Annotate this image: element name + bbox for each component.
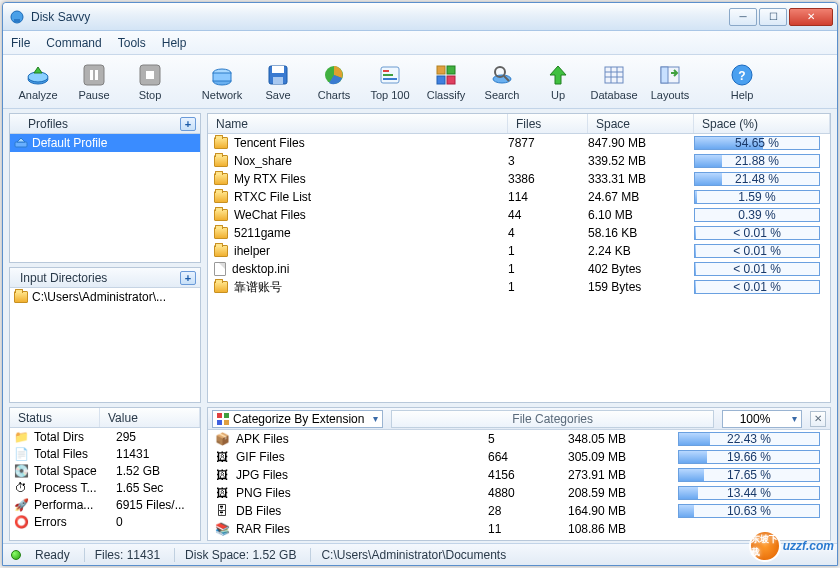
category-row[interactable]: 🖼GIF Files664305.09 MB19.66 % bbox=[208, 448, 830, 466]
svg-rect-40 bbox=[224, 420, 229, 425]
file-row[interactable]: RTXC File List11424.67 MB1.59 % bbox=[208, 188, 830, 206]
menubar: File Command Tools Help bbox=[3, 31, 837, 55]
categories-label: File Categories bbox=[391, 410, 714, 428]
help-button[interactable]: ?Help bbox=[715, 58, 769, 106]
top100-button[interactable]: Top 100 bbox=[363, 58, 417, 106]
statusbar: Ready Files: 11431 Disk Space: 1.52 GB C… bbox=[3, 543, 837, 565]
category-row[interactable]: 🗄DB Files28164.90 MB10.63 % bbox=[208, 502, 830, 520]
percent-bar: 54.65 % bbox=[694, 136, 820, 150]
percent-bar: 10.63 % bbox=[678, 504, 820, 518]
up-icon bbox=[546, 63, 570, 87]
analyze-button[interactable]: Analyze bbox=[11, 58, 65, 106]
svg-rect-22 bbox=[437, 76, 445, 84]
layouts-icon bbox=[658, 63, 682, 87]
minimize-button[interactable]: ─ bbox=[729, 8, 757, 26]
svg-rect-14 bbox=[273, 77, 283, 84]
zoom-combo[interactable]: 100% bbox=[722, 410, 802, 428]
categorize-combo[interactable]: Categorize By Extension bbox=[212, 410, 383, 428]
svg-rect-38 bbox=[224, 413, 229, 418]
profile-item[interactable]: Default Profile bbox=[10, 134, 200, 152]
menu-help[interactable]: Help bbox=[162, 36, 187, 50]
app-window: Disk Savvy ─ ☐ ✕ File Command Tools Help… bbox=[2, 2, 838, 566]
svg-rect-21 bbox=[447, 66, 455, 74]
file-row[interactable]: desktop.ini1402 Bytes< 0.01 % bbox=[208, 260, 830, 278]
filetype-icon: 📦 bbox=[214, 432, 230, 446]
filetype-icon: 🖼 bbox=[214, 486, 230, 500]
search-button[interactable]: Search bbox=[475, 58, 529, 106]
percent-bar: < 0.01 % bbox=[694, 244, 820, 258]
svg-rect-19 bbox=[383, 78, 397, 80]
filetype-icon: 🖼 bbox=[214, 450, 230, 464]
window-title: Disk Savvy bbox=[31, 10, 729, 24]
percent-bar: < 0.01 % bbox=[694, 226, 820, 240]
database-button[interactable]: Database bbox=[587, 58, 641, 106]
app-icon bbox=[9, 9, 25, 25]
main-columns: Name Files Space Space (%) bbox=[208, 114, 830, 134]
svg-text:?: ? bbox=[738, 69, 745, 83]
col-value[interactable]: Value bbox=[100, 408, 200, 427]
stop-icon bbox=[138, 63, 162, 87]
col-space[interactable]: Space bbox=[588, 114, 694, 133]
network-button[interactable]: Network bbox=[195, 58, 249, 106]
charts-button[interactable]: Charts bbox=[307, 58, 361, 106]
add-profile-button[interactable]: + bbox=[180, 117, 196, 131]
status-row: 🚀Performa...6915 Files/... bbox=[10, 496, 200, 513]
menu-command[interactable]: Command bbox=[46, 36, 101, 50]
svg-rect-27 bbox=[605, 67, 623, 83]
percent-bar: 21.88 % bbox=[694, 154, 820, 168]
charts-icon bbox=[322, 63, 346, 87]
status-row: 📄Total Files11431 bbox=[10, 445, 200, 462]
menu-file[interactable]: File bbox=[11, 36, 30, 50]
analyze-icon bbox=[26, 63, 50, 87]
percent-bar: 19.66 % bbox=[678, 450, 820, 464]
inputdirs-panel: Input Directories + C:\Users\Administrat… bbox=[9, 267, 201, 403]
col-files[interactable]: Files bbox=[508, 114, 588, 133]
file-row[interactable]: ihelper12.24 KB< 0.01 % bbox=[208, 242, 830, 260]
add-inputdir-button[interactable]: + bbox=[180, 271, 196, 285]
status-icon: 🚀 bbox=[14, 498, 28, 512]
menu-tools[interactable]: Tools bbox=[118, 36, 146, 50]
col-pct[interactable]: Space (%) bbox=[694, 114, 830, 133]
profiles-panel: Profiles + Default Profile bbox=[9, 113, 201, 263]
svg-rect-4 bbox=[84, 65, 104, 85]
col-status[interactable]: Status bbox=[10, 408, 100, 427]
titlebar[interactable]: Disk Savvy ─ ☐ ✕ bbox=[3, 3, 837, 31]
percent-bar: 21.48 % bbox=[694, 172, 820, 186]
database-icon bbox=[602, 63, 626, 87]
category-row[interactable]: 📚RAR Files11108.86 MB bbox=[208, 520, 830, 538]
file-row[interactable]: 5211game458.16 KB< 0.01 % bbox=[208, 224, 830, 242]
file-row[interactable]: WeChat Files446.10 MB0.39 % bbox=[208, 206, 830, 224]
svg-rect-5 bbox=[90, 70, 93, 80]
file-row[interactable]: 靠谱账号1159 Bytes< 0.01 % bbox=[208, 278, 830, 296]
filetype-icon: 🗄 bbox=[214, 504, 230, 518]
status-ready: Ready bbox=[35, 548, 70, 562]
pause-icon bbox=[82, 63, 106, 87]
category-row[interactable]: 🖼JPG Files4156273.91 MB17.65 % bbox=[208, 466, 830, 484]
status-icon: 💽 bbox=[14, 464, 28, 478]
layouts-button[interactable]: Layouts bbox=[643, 58, 697, 106]
col-name[interactable]: Name bbox=[208, 114, 508, 133]
pause-button[interactable]: Pause bbox=[67, 58, 121, 106]
svg-rect-11 bbox=[213, 73, 231, 81]
status-icon: ⭕ bbox=[14, 515, 28, 529]
up-button[interactable]: Up bbox=[531, 58, 585, 106]
percent-bar: 1.59 % bbox=[694, 190, 820, 204]
file-row[interactable]: Tencent Files7877847.90 MB54.65 % bbox=[208, 134, 830, 152]
inputdir-item[interactable]: C:\Users\Administrator\... bbox=[10, 288, 200, 306]
file-row[interactable]: My RTX Files3386333.31 MB21.48 % bbox=[208, 170, 830, 188]
close-categories-button[interactable]: ✕ bbox=[810, 411, 826, 427]
close-button[interactable]: ✕ bbox=[789, 8, 833, 26]
file-row[interactable]: Nox_share3339.52 MB21.88 % bbox=[208, 152, 830, 170]
maximize-button[interactable]: ☐ bbox=[759, 8, 787, 26]
folder-icon bbox=[214, 281, 228, 293]
folder-icon bbox=[214, 191, 228, 203]
save-button[interactable]: Save bbox=[251, 58, 305, 106]
category-row[interactable]: 📦APK Files5348.05 MB22.43 % bbox=[208, 430, 830, 448]
folder-icon bbox=[214, 137, 228, 149]
main-file-list: Name Files Space Space (%) Tencent Files… bbox=[207, 113, 831, 403]
category-row[interactable]: 🖼PNG Files4880208.59 MB13.44 % bbox=[208, 484, 830, 502]
status-panel: Status Value 📁Total Dirs295📄Total Files1… bbox=[9, 407, 201, 541]
svg-rect-1 bbox=[14, 19, 20, 22]
stop-button[interactable]: Stop bbox=[123, 58, 177, 106]
classify-button[interactable]: Classify bbox=[419, 58, 473, 106]
